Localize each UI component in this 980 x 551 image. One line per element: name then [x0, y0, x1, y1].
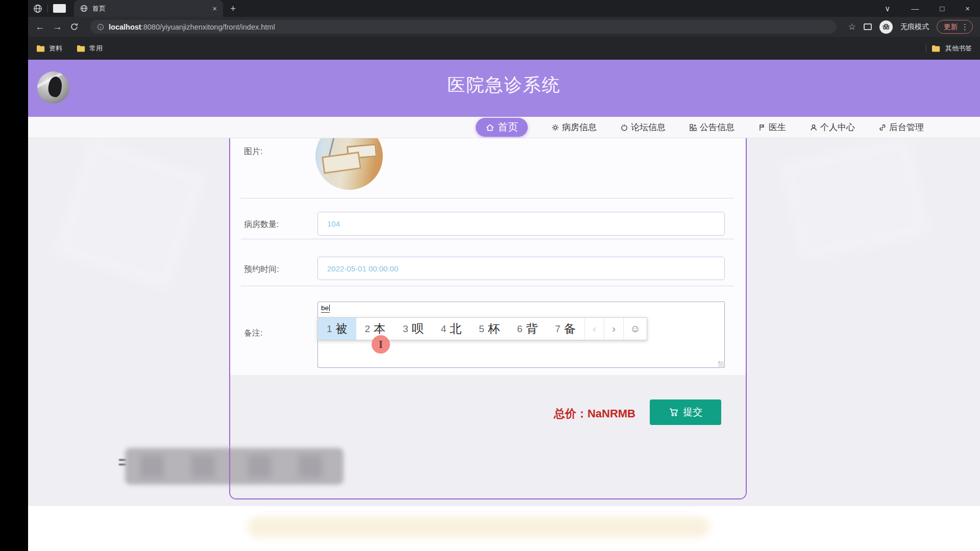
chevron-down-icon[interactable]: ∨	[885, 4, 890, 13]
ime-emoji-button[interactable]: ☺	[623, 318, 647, 340]
bookmarks-bar: 资料 常用 其他书签	[28, 37, 980, 60]
reload-button[interactable]	[70, 22, 79, 31]
divider	[241, 239, 734, 239]
card-border-overlay	[229, 448, 230, 485]
side-panel-icon[interactable]	[864, 23, 872, 30]
candidate-char: 呗	[412, 321, 424, 337]
forward-button[interactable]: →	[53, 21, 62, 33]
nav-item-ward-info[interactable]: 病房信息	[551, 121, 597, 133]
candidate-char: 北	[450, 321, 461, 337]
nav-item-forum-info[interactable]: 论坛信息	[620, 121, 666, 133]
candidate-number: 3	[403, 323, 408, 335]
ime-candidate[interactable]: 5 杯	[470, 318, 508, 340]
link-icon	[878, 123, 887, 132]
candidate-char: 被	[336, 321, 348, 337]
photo-detail	[322, 152, 361, 174]
tab-close-icon[interactable]: ×	[212, 4, 217, 13]
nav-item-home[interactable]: 首页	[476, 118, 528, 137]
gear-icon	[551, 123, 559, 132]
ime-prev-page-button[interactable]: ‹	[584, 318, 604, 340]
back-button[interactable]: ←	[35, 21, 45, 33]
candidate-char: 本	[374, 321, 385, 337]
image-field-label: 图片:	[244, 146, 262, 157]
tab-title: 首页	[92, 4, 208, 13]
window-controls: ∨ — □ ×	[885, 4, 980, 13]
appointment-time-input[interactable]	[317, 257, 725, 280]
folder-icon	[932, 45, 940, 52]
time-field-label: 预约时间:	[244, 264, 279, 275]
quantity-field-label: 病房数量:	[244, 219, 279, 230]
nav-item-label: 论坛信息	[631, 121, 666, 133]
bookmark-star-icon[interactable]: ☆	[848, 21, 856, 32]
browser-tab[interactable]: 首页 ×	[74, 0, 223, 17]
faint-watermark	[248, 517, 709, 537]
divider	[241, 198, 734, 198]
nav-item-label: 公告信息	[700, 121, 734, 133]
submit-label: 提交	[683, 406, 703, 419]
ime-candidate[interactable]: 4 北	[432, 318, 471, 340]
bookmark-label: 常用	[89, 44, 103, 53]
candidate-char: 杯	[488, 321, 500, 337]
minimize-button[interactable]: —	[911, 4, 919, 13]
candidate-number: 7	[555, 323, 560, 335]
bookmark-folder-ziliao[interactable]: 资料	[36, 44, 62, 53]
ime-candidate-window: 1 被 2 本 3 呗 4 北 5 杯 6 背	[317, 317, 647, 340]
ime-candidate[interactable]: 6 背	[508, 318, 547, 340]
home-icon	[485, 123, 495, 132]
person-icon	[810, 123, 818, 132]
total-price: 总价：NaNRMB	[554, 406, 635, 421]
chrome-update-button[interactable]: 更新 ⋮	[937, 20, 973, 34]
tabstrip-left	[28, 4, 66, 13]
candidate-number: 6	[517, 323, 523, 335]
candidate-number: 1	[327, 323, 332, 335]
tabstrip-divider	[47, 5, 48, 13]
ward-photo	[315, 138, 383, 190]
tab-bar: 首页 × + ∨ — □ ×	[28, 0, 980, 17]
url-host: localhost	[109, 23, 141, 31]
window-thumbnail-icon[interactable]	[53, 4, 66, 13]
candidate-number: 5	[479, 323, 484, 335]
incognito-mode-label: 无痕模式	[900, 22, 929, 32]
address-bar[interactable]: localhost:8080/yiyuanjizhenxitong/front/…	[90, 20, 837, 34]
nav-item-admin[interactable]: 后台管理	[878, 121, 924, 133]
ime-candidate[interactable]: 3 呗	[394, 318, 432, 340]
divider	[241, 286, 734, 286]
nav-item-announcements[interactable]: 公告信息	[689, 121, 734, 133]
cart-icon	[669, 407, 679, 417]
folder-icon	[36, 45, 45, 52]
close-window-button[interactable]: ×	[965, 4, 970, 13]
nav-item-label: 个人中心	[820, 121, 855, 133]
nav-item-personal-center[interactable]: 个人中心	[810, 121, 855, 133]
site-info-icon[interactable]	[97, 23, 104, 31]
booking-form-card: 图片: 病房数量: 预约时间: 备注: be 1 被 2 本	[229, 138, 747, 499]
other-bookmarks-label: 其他书签	[945, 44, 972, 53]
nav-item-label: 病房信息	[562, 121, 597, 133]
cursor-indicator: I	[372, 335, 390, 354]
bookmark-folder-changyong[interactable]: 常用	[77, 44, 103, 53]
browser-toolbar: ← → localhost:8080/yiyuanjizhenxitong/fr…	[28, 17, 980, 37]
flag-icon	[758, 123, 766, 132]
ime-composition-text: be	[321, 304, 330, 313]
browser-window: 首页 × + ∨ — □ × ← → localhost:8080/yiyuan…	[28, 0, 980, 551]
nav-item-label: 后台管理	[889, 121, 924, 133]
nav-item-doctors[interactable]: 医生	[758, 121, 786, 133]
url-text[interactable]: localhost:8080/yiyuanjizhenxitong/front/…	[109, 23, 275, 31]
ime-candidate[interactable]: 7 备	[546, 318, 584, 340]
incognito-avatar[interactable]	[879, 20, 893, 34]
candidate-number: 2	[365, 323, 371, 335]
blurred-watermark	[125, 448, 344, 485]
maximize-button[interactable]: □	[940, 4, 944, 13]
page-title: 医院急诊系统	[28, 73, 980, 97]
browser-menu-icon[interactable]: ⋮	[961, 22, 969, 32]
nav-item-label: 首页	[498, 120, 518, 134]
new-tab-button[interactable]: +	[230, 3, 236, 14]
bookmarks-divider	[926, 44, 926, 53]
candidate-number: 4	[441, 323, 447, 335]
ime-candidate[interactable]: 1 被	[318, 318, 356, 340]
ime-next-page-button[interactable]: ›	[604, 318, 623, 340]
submit-button[interactable]: 提交	[650, 399, 721, 425]
folder-icon	[77, 45, 85, 52]
other-bookmarks[interactable]: 其他书签	[926, 44, 972, 53]
quantity-input[interactable]	[317, 212, 725, 236]
site-nav: 首页 病房信息 论坛信息 公告信息 医生	[28, 117, 980, 138]
